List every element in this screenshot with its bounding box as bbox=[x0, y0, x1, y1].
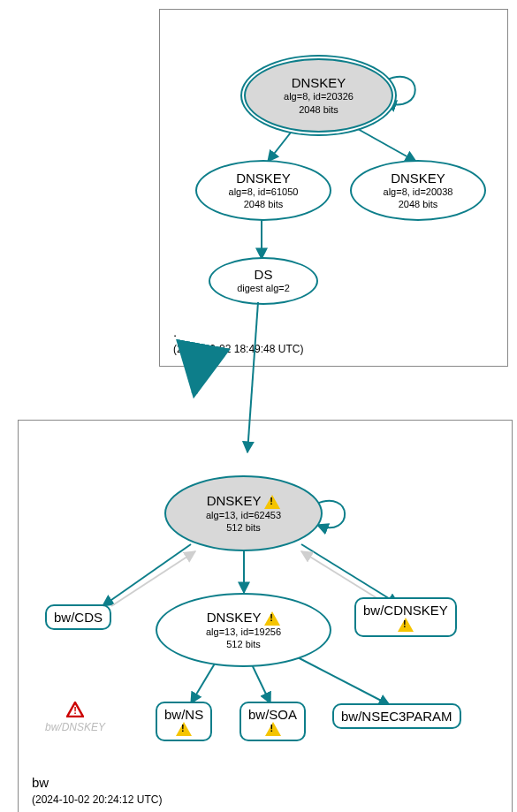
node-root-ksk: DNSKEY alg=8, id=20326 2048 bits bbox=[244, 58, 393, 133]
node-title: DNSKEY bbox=[236, 171, 291, 186]
node-title: bw/SOA bbox=[248, 707, 297, 722]
node-sub: 2048 bits bbox=[299, 103, 338, 116]
warning-icon bbox=[264, 611, 280, 626]
node-sub: 2048 bits bbox=[244, 198, 284, 210]
node-bw-ns: bw/NS bbox=[156, 702, 212, 741]
node-title: bw/DNSKEY bbox=[45, 721, 105, 733]
node-sub: digest alg=2 bbox=[237, 282, 290, 294]
node-root-zsk2: DNSKEY alg=8, id=20038 2048 bits bbox=[350, 160, 486, 221]
node-sub: alg=13, id=19256 bbox=[206, 626, 281, 638]
error-icon: ! bbox=[66, 702, 84, 717]
warning-icon bbox=[264, 495, 280, 509]
node-title: DNSKEY bbox=[391, 171, 445, 186]
node-root-ds: DS digest alg=2 bbox=[209, 257, 318, 305]
zone-timestamp: (2024-10-02 20:24:12 UTC) bbox=[32, 793, 162, 806]
node-title: DNSKEY bbox=[292, 75, 346, 90]
node-sub: 512 bits bbox=[226, 521, 261, 534]
node-sub: alg=8, id=61050 bbox=[229, 186, 299, 198]
node-sub: alg=8, id=20038 bbox=[384, 186, 453, 198]
node-bw-cdnskey: bw/CDNSKEY bbox=[354, 597, 457, 637]
node-title: DNSKEY bbox=[207, 610, 281, 626]
node-bw-cds: bw/CDS bbox=[45, 604, 111, 630]
node-bw-zsk: DNSKEY alg=13, id=19256 512 bits bbox=[156, 593, 331, 667]
label: DNSKEY bbox=[207, 493, 261, 508]
warning-icon bbox=[398, 618, 414, 632]
warning-icon bbox=[265, 722, 281, 736]
node-title: DNSKEY bbox=[207, 493, 281, 509]
label: DNSKEY bbox=[207, 610, 261, 625]
node-sub: alg=8, id=20326 bbox=[284, 90, 354, 102]
zone-root: DNSKEY alg=8, id=20326 2048 bits DNSKEY … bbox=[159, 9, 508, 367]
node-title: bw/CDNSKEY bbox=[363, 603, 448, 618]
zone-name: . bbox=[173, 324, 303, 339]
zone-name: bw bbox=[32, 775, 162, 790]
node-title: bw/NSEC3PARAM bbox=[341, 709, 452, 724]
node-sub: alg=13, id=62453 bbox=[206, 509, 281, 521]
node-title: DS bbox=[255, 267, 273, 282]
node-bw-ksk: DNSKEY alg=13, id=62453 512 bits bbox=[164, 475, 323, 551]
warning-icon bbox=[176, 722, 192, 736]
node-sub: 2048 bits bbox=[399, 198, 438, 210]
svg-text:!: ! bbox=[73, 705, 77, 716]
zone-bw: DNSKEY alg=13, id=62453 512 bits bw/CDS … bbox=[18, 420, 513, 812]
node-title: bw/CDS bbox=[54, 610, 103, 625]
node-sub: 512 bits bbox=[226, 638, 261, 650]
node-title: bw/NS bbox=[164, 707, 203, 722]
node-root-zsk1: DNSKEY alg=8, id=61050 2048 bits bbox=[195, 160, 331, 221]
zone-timestamp: (2024-10-02 18:49:48 UTC) bbox=[173, 343, 303, 355]
node-bw-nsec3param: bw/NSEC3PARAM bbox=[332, 703, 461, 729]
node-bw-soa: bw/SOA bbox=[239, 702, 306, 741]
node-bw-dnskey-error: ! bw/DNSKEY bbox=[45, 702, 105, 733]
